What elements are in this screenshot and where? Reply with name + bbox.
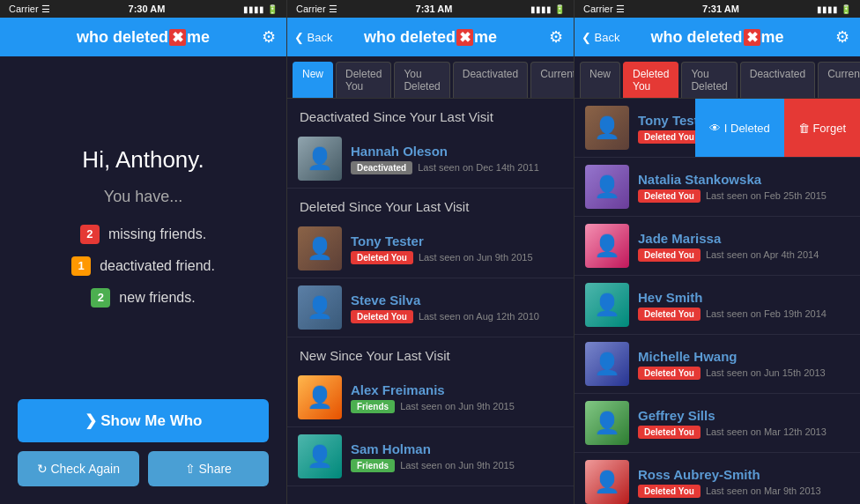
logo-2: who deleted ✖ me — [364, 28, 497, 47]
list-item[interactable]: 👤 Steve Silva Deleted You Last seen on A… — [287, 278, 574, 337]
panel-feed: Carrier ☰ 7:31 AM ▮▮▮▮ 🔋 ❮ Back who dele… — [286, 0, 574, 504]
list-item[interactable]: 👤 Geffrey Sills Deleted You Last seen on… — [575, 394, 860, 453]
feed-meta: Friends Last seen on Jun 9th 2015 — [351, 459, 563, 472]
section-deleted: Deleted Since Your Last Visit — [287, 189, 574, 219]
status-bar-2: Carrier ☰ 7:31 AM ▮▮▮▮ 🔋 — [287, 0, 574, 18]
last-seen: Last seen on Jun 15th 2013 — [706, 367, 826, 378]
new-label: new friends. — [119, 290, 195, 306]
tab-new-3[interactable]: New — [580, 62, 620, 98]
logo-right-1: me — [187, 28, 210, 47]
status-badge: Deleted You — [351, 251, 413, 264]
panel-deleted-you: Carrier ☰ 7:31 AM ▮▮▮▮ 🔋 ❮ Back who dele… — [574, 0, 860, 504]
header-2: ❮ Back who deleted ✖ me ⚙ — [287, 18, 574, 56]
feed-3: 👤 Tony Tester Deleted You Last seen on J… — [575, 99, 860, 504]
feed-meta: Deleted You Last seen on Feb 19th 2014 — [638, 308, 849, 321]
tab-new-2[interactable]: New — [293, 62, 333, 98]
person-name: Sam Holman — [351, 441, 563, 456]
person-placeholder-icon: 👤 — [307, 385, 333, 410]
avatar: 👤 — [585, 283, 629, 327]
gear-icon-3[interactable]: ⚙ — [835, 27, 849, 47]
section-new: New Since Your Last Visit — [287, 337, 574, 368]
avatar: 👤 — [585, 106, 629, 150]
last-seen: Last seen on Aug 12th 2010 — [419, 311, 539, 322]
person-placeholder-icon: 👤 — [594, 352, 620, 376]
feed-info: Sam Holman Friends Last seen on Jun 9th … — [351, 441, 563, 472]
status-badge: Deleted You — [638, 189, 701, 203]
list-item[interactable]: 👤 Sam Holman Friends Last seen on Jun 9t… — [287, 427, 574, 486]
status-badge: Deleted You — [638, 367, 701, 380]
logo-x-2: ✖ — [456, 29, 473, 46]
time-3: 7:31 AM — [702, 4, 739, 14]
person-name: Natalia Stankowska — [638, 172, 849, 187]
gear-icon-1[interactable]: ⚙ — [262, 27, 276, 47]
check-again-button[interactable]: ↻ Check Again — [18, 451, 139, 486]
forget-button[interactable]: 🗑 Forget — [784, 99, 860, 157]
last-seen: Last seen on Dec 14th 2011 — [418, 162, 539, 173]
feed-meta: Friends Last seen on Jun 9th 2015 — [351, 400, 563, 413]
person-placeholder-icon: 👤 — [307, 444, 333, 469]
i-deleted-button[interactable]: 👁 I Deleted — [695, 99, 784, 157]
tab-deleted-you-2[interactable]: Deleted You — [336, 62, 391, 98]
show-me-who-button[interactable]: ❯ Show Me Who — [18, 399, 269, 442]
list-item[interactable]: 👤 Jade Marissa Deleted You Last seen on … — [575, 217, 860, 276]
status-badge: Deleted You — [638, 426, 701, 439]
tab-you-deleted-2[interactable]: You Deleted — [394, 62, 449, 98]
carrier-1: Carrier ☰ — [9, 4, 50, 15]
list-item[interactable]: 👤 Hev Smith Deleted You Last seen on Feb… — [575, 276, 860, 335]
feed-info: Hev Smith Deleted You Last seen on Feb 1… — [638, 290, 849, 321]
missing-label: missing friends. — [108, 226, 206, 242]
list-item[interactable]: 👤 Hannah Oleson Deactivated Last seen on… — [287, 130, 574, 189]
time-2: 7:31 AM — [416, 4, 453, 14]
tab-deactivated-3[interactable]: Deactivated — [740, 62, 815, 98]
person-name: Tony Tester — [351, 233, 563, 248]
list-item[interactable]: 👤 Tony Tester Deleted You Last seen on J… — [287, 219, 574, 278]
avatar: 👤 — [585, 401, 629, 445]
person-placeholder-icon: 👤 — [594, 293, 620, 317]
header-1: who deleted ✖ me ⚙ — [0, 18, 286, 56]
avatar: 👤 — [298, 137, 342, 181]
person-name: Hev Smith — [638, 290, 849, 305]
feed-info: Hannah Oleson Deactivated Last seen on D… — [351, 144, 563, 174]
logo-3: who deleted ✖ me — [650, 28, 783, 47]
deactivated-badge: 1 — [71, 256, 91, 276]
list-item[interactable]: 👤 Michelle Hwang Deleted You Last seen o… — [575, 335, 860, 394]
feed-info: Geffrey Sills Deleted You Last seen on M… — [638, 408, 849, 439]
list-item[interactable]: 👤 Ross Aubrey-Smith Deleted You Last see… — [575, 453, 860, 504]
battery-3: ▮▮▮▮ 🔋 — [817, 4, 851, 14]
back-button-2[interactable]: ❮ Back — [294, 31, 333, 44]
status-badge: Friends — [351, 400, 395, 413]
tab-deleted-you-3[interactable]: Deleted You — [623, 62, 678, 98]
back-button-3[interactable]: ❮ Back — [582, 31, 620, 44]
tab-bar-2: New Deleted You You Deleted Deactivated … — [287, 56, 574, 99]
person-name: Hannah Oleson — [351, 144, 563, 159]
tab-current-3[interactable]: Current — [818, 62, 860, 98]
last-seen: Last seen on Jun 9th 2015 — [419, 252, 533, 263]
status-badge: Deactivated — [351, 161, 412, 174]
list-item[interactable]: 👤 Alex Freimanis Friends Last seen on Ju… — [287, 368, 574, 427]
tab-you-deleted-3[interactable]: You Deleted — [681, 62, 737, 98]
tab-deactivated-2[interactable]: Deactivated — [453, 62, 528, 98]
person-placeholder-icon: 👤 — [307, 146, 333, 171]
share-button[interactable]: ⇧ Share — [148, 451, 270, 486]
avatar: 👤 — [298, 226, 342, 271]
last-seen: Last seen on Jun 9th 2015 — [400, 401, 515, 411]
feed-info: Michelle Hwang Deleted You Last seen on … — [638, 349, 849, 380]
gear-icon-2[interactable]: ⚙ — [549, 27, 563, 47]
last-seen: Last seen on Feb 19th 2014 — [706, 308, 827, 319]
action-overlay: 👁 I Deleted 🗑 Forget — [695, 99, 860, 157]
header-3: ❮ Back who deleted ✖ me ⚙ — [575, 18, 860, 56]
missing-badge: 2 — [80, 225, 100, 244]
list-item[interactable]: 👤 Natalia Stankowska Deleted You Last se… — [575, 158, 860, 217]
carrier-3: Carrier ☰ — [583, 4, 625, 15]
list-item[interactable]: 👤 Tony Tester Deleted You Last seen on J… — [575, 99, 860, 158]
feed-meta: Deleted You Last seen on Aug 12th 2010 — [351, 310, 563, 323]
stat-row-new: 2 new friends. — [91, 288, 195, 308]
battery-1: ▮▮▮▮ 🔋 — [243, 4, 278, 14]
panel-home: Carrier ☰ 7:30 AM ▮▮▮▮ 🔋 who deleted ✖ m… — [0, 0, 286, 504]
logo-left-2: who deleted — [364, 28, 456, 47]
carrier-2: Carrier ☰ — [296, 4, 337, 15]
person-placeholder-icon: 👤 — [594, 115, 620, 140]
feed-meta: Deleted You Last seen on Mar 9th 2013 — [638, 485, 849, 498]
avatar: 👤 — [585, 460, 629, 504]
status-badge: Friends — [351, 459, 395, 472]
